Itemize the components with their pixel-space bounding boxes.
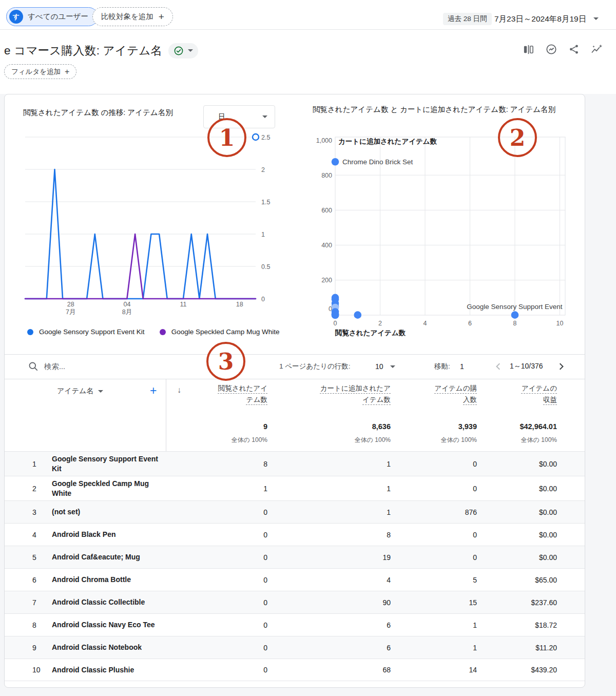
line-chart-legend: Google Sensory Support Event KitGoogle S… (27, 328, 279, 336)
legend-dot-icon (160, 329, 166, 335)
svg-text:10: 10 (556, 320, 564, 327)
table-controls-row: 1 ページあたりの行数: 10 移動: 1～10/376 (5, 354, 585, 379)
interval-select-value: 日 (218, 112, 225, 122)
carts-value: 6 (267, 614, 391, 636)
audience-avatar: す (9, 10, 23, 24)
pagination-range: 1～10/376 (510, 354, 543, 379)
legend-label: Google Sensory Support Event Kit (39, 328, 145, 336)
chevron-down-icon (98, 390, 103, 393)
row-rank: 9 (21, 636, 52, 659)
audience-chip-label: すべてのユーザー (28, 12, 88, 22)
line-chart-title: 閲覧されたアイテム数 の推移: アイテム名別 (23, 107, 203, 118)
table-row: 1Google Sensory Support Event Kit810$0.0… (5, 451, 585, 476)
revenue-value: $65.00 (477, 569, 557, 591)
legend-dot-icon (27, 329, 33, 335)
dimension-column-header[interactable]: アイテム名 (57, 386, 103, 396)
purchases-value: 876 (391, 501, 477, 523)
report-card: 閲覧されたアイテム数 の推移: アイテム名別 日 00.511.522.5287… (4, 94, 585, 688)
svg-text:7月: 7月 (66, 308, 75, 316)
svg-text:2: 2 (378, 320, 382, 327)
search-icon[interactable] (28, 354, 39, 379)
scatter-chart-title: 閲覧されたアイテム数 と カートに追加されたアイテム数: アイテム名別 (313, 104, 568, 115)
prev-page-button[interactable] (492, 354, 505, 379)
plus-icon: + (65, 68, 69, 76)
column-header-carts[interactable]: カートに追加されたアイテム数 (319, 383, 391, 405)
metric-status-badge[interactable] (168, 43, 198, 59)
svg-text:400: 400 (321, 242, 332, 249)
svg-text:0: 0 (261, 296, 265, 303)
chevron-down-icon[interactable] (593, 17, 599, 20)
svg-text:18: 18 (236, 301, 243, 308)
total-share-purchases: 全体の 100% (401, 436, 477, 444)
column-header-revenue[interactable]: アイテムの収益 (521, 383, 557, 405)
date-period-badge: 過去 28 日間 (443, 13, 492, 25)
rows-per-page-value: 10 (375, 362, 383, 371)
views-value: 1 (166, 476, 267, 500)
item-name: Android Classic Collectible (52, 591, 166, 613)
page-title: e コマース購入数: アイテム名 (4, 43, 162, 59)
next-page-button[interactable] (555, 354, 567, 379)
scatter-point (354, 311, 361, 319)
views-value: 0 (166, 569, 267, 591)
share-icon[interactable] (568, 44, 580, 55)
date-range-picker[interactable]: 7月23日～2024年8月19日 (494, 13, 586, 25)
scatter-chart-svg[interactable]: 02004006008001,0000246810カートに追加されたアイテム数閲… (309, 133, 588, 339)
item-name: Google Sensory Support Event Kit (52, 452, 166, 476)
total-share-carts: 全体の 100% (278, 436, 391, 444)
table-header: アイテム名 + ↓ 閲覧されたアイテム数 カートに追加されたアイテム数 アイテム… (5, 379, 585, 451)
legend-item[interactable]: Google Sensory Support Event Kit (27, 328, 145, 336)
svg-text:6: 6 (468, 320, 472, 327)
compare-columns-icon[interactable] (523, 44, 534, 55)
item-name: Android Caf&eacute; Mug (52, 546, 166, 568)
row-rank: 3 (21, 501, 52, 523)
views-value: 0 (166, 546, 267, 568)
purchases-value: 0 (391, 546, 477, 568)
revenue-value: $11.20 (477, 636, 557, 659)
column-header-views[interactable]: 閲覧されたアイテム数 (215, 383, 267, 405)
row-rank: 6 (21, 569, 52, 591)
audience-chip[interactable]: す すべてのユーザー (6, 7, 98, 26)
svg-text:11: 11 (180, 301, 187, 308)
line-chart-svg[interactable]: 00.511.522.5287月048月1118 (21, 130, 280, 321)
scatter-point (511, 311, 519, 319)
header-divider (0, 29, 616, 30)
row-rank: 10 (21, 659, 52, 681)
svg-text:Google Sensory Support Event: Google Sensory Support Event (467, 303, 562, 311)
total-purchases: 3,939 (401, 422, 477, 431)
search-input[interactable] (44, 362, 198, 371)
table-row: 9Android Classic Notebook061$11.20 (5, 636, 585, 659)
carts-value: 1 (267, 501, 391, 523)
legend-item[interactable]: Google Speckled Camp Mug White (160, 328, 280, 336)
revenue-value: $0.00 (477, 476, 557, 500)
table-row: 5Android Caf&eacute; Mug0190$0.00 (5, 546, 585, 568)
goto-page-input[interactable] (460, 362, 477, 371)
add-filter-chip[interactable]: フィルタを追加 + (4, 64, 76, 79)
item-name: Android Black Pen (52, 524, 166, 546)
item-name: Android Classic Navy Eco Tee (52, 614, 166, 636)
chevron-left-icon (492, 360, 505, 373)
scatter-point (332, 312, 339, 319)
rows-per-page-select[interactable]: 10 (375, 354, 395, 379)
insights-circle-icon[interactable] (545, 43, 557, 55)
purchases-value: 15 (391, 591, 477, 613)
total-views: 9 (176, 422, 267, 431)
interval-select[interactable]: 日 (203, 105, 275, 128)
sort-descending-icon[interactable]: ↓ (177, 385, 181, 395)
item-name: Google Speckled Camp Mug White (52, 476, 166, 500)
revenue-value: $18.72 (477, 614, 557, 636)
ga4-explorer-page: す すべてのユーザー 比較対象を追加 + 過去 28 日間 7月23日～2024… (0, 0, 616, 696)
svg-text:カートに追加されたアイテム数: カートに追加されたアイテム数 (338, 138, 437, 145)
column-header-purchases[interactable]: アイテムの購入数 (434, 383, 477, 405)
add-column-button[interactable]: + (150, 384, 157, 398)
revenue-value: $237.60 (477, 591, 557, 613)
svg-text:閲覧されたアイテム数: 閲覧されたアイテム数 (335, 329, 406, 337)
purchases-value: 0 (391, 452, 477, 476)
table-row: 7Android Classic Collectible09015$237.60 (5, 591, 585, 613)
svg-text:600: 600 (321, 207, 332, 214)
add-comparison-chip[interactable]: 比較対象を追加 + (92, 7, 173, 26)
purchases-value: 5 (391, 569, 477, 591)
svg-text:8月: 8月 (122, 308, 132, 316)
trend-sparkle-icon[interactable] (590, 43, 603, 55)
table-row: 8Android Classic Navy Eco Tee061$18.72 (5, 613, 585, 636)
item-name: Android Classic Notebook (52, 636, 166, 659)
